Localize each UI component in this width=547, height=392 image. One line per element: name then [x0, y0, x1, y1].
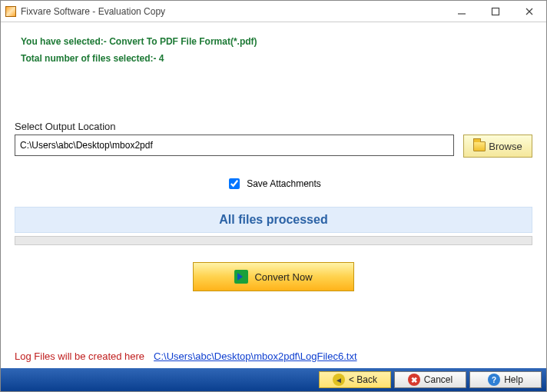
cancel-button-label: Cancel — [424, 374, 453, 385]
log-label: Log Files will be created here — [15, 350, 144, 362]
folder-icon — [473, 141, 486, 151]
browse-button-label: Browse — [489, 141, 522, 152]
maximize-button[interactable] — [479, 1, 512, 22]
save-attachments-row: Save Attachments — [15, 176, 532, 191]
browse-button[interactable]: Browse — [463, 135, 532, 158]
close-button[interactable] — [512, 1, 546, 22]
titlebar: Fixvare Software - Evaluation Copy — [1, 1, 546, 22]
file-count-info: Total number of files selected:- 4 — [21, 53, 526, 64]
save-attachments-label: Save Attachments — [247, 178, 321, 189]
svg-rect-1 — [492, 8, 499, 15]
cancel-button[interactable]: ✖ Cancel — [394, 371, 466, 388]
selection-info: You have selected:- Convert To PDF File … — [21, 36, 526, 47]
help-button[interactable]: ? Help — [469, 371, 542, 388]
app-icon — [5, 6, 16, 17]
convert-now-button[interactable]: Convert Now — [193, 262, 354, 291]
output-location-input[interactable] — [15, 135, 454, 156]
help-button-label: Help — [504, 374, 523, 385]
convert-button-label: Convert Now — [254, 271, 312, 283]
log-path-link[interactable]: C:\Users\abc\Desktop\mbox2pdf\LogFilec6.… — [154, 350, 356, 362]
cancel-icon: ✖ — [408, 374, 420, 386]
footer-bar: ◄ < Back ✖ Cancel ? Help — [1, 368, 546, 391]
app-window: Fixvare Software - Evaluation Copy You h… — [0, 0, 547, 392]
log-row: Log Files will be created here C:\Users\… — [15, 350, 532, 362]
output-location-label: Select Output Location — [15, 121, 532, 132]
save-attachments-checkbox[interactable] — [229, 178, 240, 189]
back-button[interactable]: ◄ < Back — [319, 371, 391, 388]
status-message: All files processed — [15, 207, 532, 233]
help-icon: ? — [488, 374, 500, 386]
main-content: You have selected:- Convert To PDF File … — [1, 22, 546, 368]
back-button-label: < Back — [349, 374, 377, 385]
window-title: Fixvare Software - Evaluation Copy — [21, 6, 165, 17]
convert-arrow-icon — [234, 270, 248, 284]
progress-bar — [15, 236, 532, 245]
minimize-button[interactable] — [445, 1, 479, 22]
back-arrow-icon: ◄ — [333, 374, 345, 386]
